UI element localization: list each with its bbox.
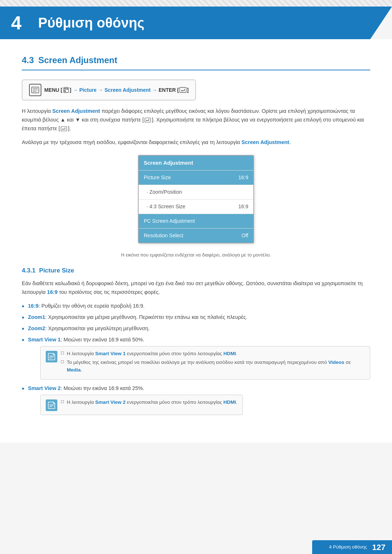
bullet-text: Smart View 1: Μειώνει την εικόνα 16:9 κα… [28,337,144,342]
footer-chapter-label: 4 Ρύθμιση οθόνης [329,543,367,551]
zoom-position-label: · Zoom/Position [147,188,182,196]
bullet-dot: • [22,302,24,311]
svg-rect-5 [64,88,66,90]
svg-rect-6 [66,88,68,90]
section-number: 4.3 [22,54,34,67]
bullet-item-smartview1: • Smart View 1: Μειώνει την εικόνα 16:9 … [22,336,370,382]
note-text: Η λειτουργία Smart View 1 ενεργοποιείται… [67,350,237,358]
subsection-title: Picture Size [39,266,74,275]
widget-header: Screen Adjustment [139,156,253,171]
chapter-number: 4 [0,7,33,39]
svg-rect-10 [61,127,67,131]
picture-size-value: 16:9 [238,174,248,181]
note-svg-icon2 [48,401,56,409]
note-item-2: Το μέγεθος της εικόνας μπορεί να ποικίλλ… [61,359,365,374]
43-screen-size-label: · 4:3 Screen Size [147,203,185,210]
chapter-header: 4 Ρύθμιση οθόνης [0,7,392,39]
bullet-dot: • [22,324,24,333]
nav-menu-label: MENU [ [44,86,62,94]
subsection-intro: Εάν διαθέτετε καλωδιακό ή δορυφορικό δέκ… [22,279,370,297]
main-content: 4.3 Screen Adjustment MENU [ ] → Picture… [0,39,392,443]
note-text: Το μέγεθος της εικόνας μπορεί να ποικίλλ… [67,359,365,374]
resolution-select-label: Resolution Select [144,232,183,239]
menu-nav-box: MENU [ ] → Picture → Screen Adjustment →… [22,79,196,100]
note-square [61,352,64,354]
note-content-2: Η λειτουργία Smart View 2 ενεργοποιείται… [61,399,237,408]
footer-page-number: 127 [372,541,385,553]
note-content-1: Η λειτουργία Smart View 1 ενεργοποιείται… [61,350,365,376]
svg-rect-7 [64,90,66,92]
nav-enter-bracket: ] [187,86,189,94]
picture-size-label: Picture Size [144,174,171,181]
bullet-dot: • [22,313,24,322]
pc-screen-label: PC Screen Adjustment [144,217,195,225]
subsection-number: 4.3.1 [22,266,36,275]
note-item-1: Η λειτουργία Smart View 1 ενεργοποιείται… [61,350,365,358]
bullet-text: 16:9: Ρυθμίζει την οθόνη σε ευρεία προβο… [28,302,144,310]
section-title: Screen Adjustment [38,54,117,67]
note-box-smartview2: Η λειτουργία Smart View 2 ενεργοποιείται… [40,395,243,415]
bullet-item-zoom2: • Zoom2: Χρησιμοποιείται για μεγαλύτερη … [22,324,370,333]
enter-inline-icon2 [61,126,67,131]
43-screen-size-value: 16:9 [238,203,248,210]
nav-bracket-close: ] [70,86,72,94]
bullet-text: Smart View 2: Μειώνει την εικόνα 16:9 κα… [28,385,144,391]
bullet-item-smartview2: • Smart View 2: Μειώνει την εικόνα 16:9 … [22,384,370,417]
bullet-item-zoom1: • Zoom1: Χρησιμοποιείται για μέτρια μεγέ… [22,313,370,322]
widget-row-resolution-select[interactable]: Resolution Select Off [139,228,253,243]
svg-rect-9 [145,118,151,122]
screen-adjustment-widget: Screen Adjustment Picture Size 16:9 · Zo… [138,155,254,244]
svg-rect-8 [180,87,186,93]
widget-row-pc-screen[interactable]: PC Screen Adjustment [139,214,253,228]
bullet-text: Zoom1: Χρησιμοποιείται για μέτρια μεγέθυ… [28,313,248,321]
bullet-text: Zoom2: Χρησιμοποιείται για μεγαλύτερη με… [28,324,150,332]
widget-row-zoom-position[interactable]: · Zoom/Position [139,185,253,199]
subsection-heading: 4.3.1 Picture Size [22,266,370,275]
note-square [61,400,64,403]
note-svg-icon [48,353,56,361]
note-square [61,360,64,363]
bullet-dot: • [22,336,24,344]
widget-row-picture-size[interactable]: Picture Size 16:9 [139,170,253,185]
note-text: Η λειτουργία Smart View 2 ενεργοποιείται… [67,399,237,406]
enter-inline-icon [144,118,151,123]
note-icon-2 [46,399,57,411]
striped-top-bar [0,0,392,7]
intro-paragraph-1: Η λειτουργία Screen Adjustment παρέχει δ… [22,107,370,133]
widget-row-43-screen-size[interactable]: · 4:3 Screen Size 16:9 [139,199,253,214]
nav-screen-adj: Screen Adjustment [105,86,151,94]
enter-icon [179,87,187,93]
note-icon-1 [46,351,57,362]
bullet-dot: • [22,384,24,393]
resolution-select-value: Off [242,232,248,239]
bullet-item-169: • 16:9: Ρυθμίζει την οθόνη σε ευρεία προ… [22,302,370,311]
section-heading: 4.3 Screen Adjustment [22,54,370,70]
menu-icon [29,84,41,96]
chapter-title: Ρύθμιση οθόνης [33,13,144,33]
page-footer: 4 Ρύθμιση οθόνης 127 [312,540,392,554]
note-box-smartview1: Η λειτουργία Smart View 1 ενεργοποιείται… [40,346,370,380]
menu-symbol-icon [63,87,69,93]
nav-enter: ENTER [ [159,86,179,94]
note-item-3: Η λειτουργία Smart View 2 ενεργοποιείται… [61,399,237,406]
intro-paragraph-2: Ανάλογα με την τρέχουσα πηγή εισόδου, εμ… [22,138,370,147]
bullet-list: • 16:9: Ρυθμίζει την οθόνη σε ευρεία προ… [22,302,370,417]
widget-container: Screen Adjustment Picture Size 16:9 · Zo… [22,155,370,244]
nav-picture: Picture [79,86,96,94]
widget-caption: Η εικόνα που εμφανίζεται ενδέχεται να δι… [22,251,370,259]
